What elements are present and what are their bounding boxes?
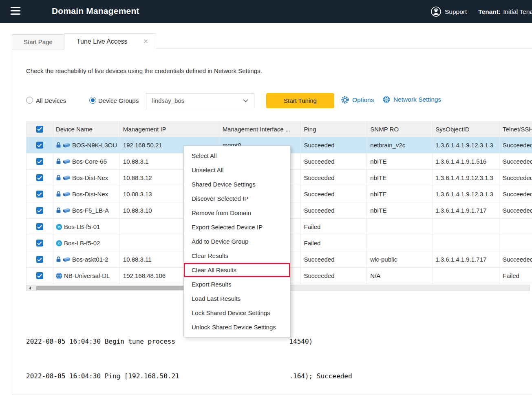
context-menu-item[interactable]: Remove from Domain — [184, 206, 290, 220]
start-tuning-button[interactable]: Start Tuning — [266, 93, 334, 108]
context-menu-item[interactable]: Add to Device Group — [184, 234, 290, 249]
network-settings-button[interactable]: Network Settings — [382, 96, 441, 104]
device-name-cell: f5 Bos-Dist-Nex — [53, 170, 120, 186]
radio-all-devices[interactable] — [26, 97, 33, 104]
radio-device-groups[interactable] — [89, 97, 96, 104]
snmp-ro-cell: N/A — [367, 268, 433, 284]
telnet-ssh-cell — [499, 235, 532, 251]
options-button[interactable]: Options — [341, 96, 374, 104]
support-label[interactable]: Support — [445, 8, 467, 16]
options-label: Options — [352, 96, 374, 104]
device-name-cell: f5 BOS-N9K-L3OUT — [53, 137, 120, 153]
col-header-sysobjectid: SysObjectID — [433, 121, 499, 137]
radio-device-groups-label[interactable]: Device Groups — [98, 97, 139, 104]
snmp-ro-cell — [367, 219, 433, 235]
device-name-cell: f5 Bos-Dist-Nex — [53, 186, 120, 202]
lock-icon — [56, 207, 61, 213]
col-header-device-name: Device Name — [53, 121, 120, 137]
device-name: Bos-LB-f5-01 — [64, 223, 100, 230]
topbar-right: Support Tenant: Initial Tenant — [430, 0, 532, 23]
telnet-ssh-cell: Succeeded — [499, 153, 532, 169]
context-menu-item[interactable]: Clear Results — [184, 249, 290, 263]
device-icon — [63, 207, 71, 213]
context-menu-item[interactable]: Shared Device Settings — [184, 177, 290, 191]
col-header-snmp-ro: SNMP RO — [367, 121, 433, 137]
radio-all-devices-label[interactable]: All Devices — [36, 97, 66, 104]
device-icon — [63, 256, 71, 262]
globe-icon — [382, 96, 391, 104]
page-title: Domain Management — [52, 6, 139, 16]
sysobjectid-cell: 1.3.6.1.4.1.9.12.3.1.3 — [433, 186, 499, 202]
row-checkbox[interactable] — [36, 256, 43, 263]
snmp-ro-cell: nbITE — [367, 202, 433, 218]
log-line: 2022-08-05 16:04:30 Begin tune process 1… — [26, 337, 530, 346]
context-menu-item[interactable]: Select All — [184, 149, 290, 163]
tab-tune-live-access[interactable]: Tune Live Access ✕ — [64, 33, 156, 49]
lock-icon — [56, 158, 61, 164]
row-checkbox[interactable] — [36, 158, 43, 165]
log-line: 2022-08-05 16:04:30 Ping [192.168.50.21 … — [26, 372, 530, 380]
lock-icon — [56, 256, 61, 262]
scroll-left-arrow-icon[interactable] — [26, 285, 33, 291]
ping-result-cell: Succeeded — [300, 170, 367, 186]
row-checkbox[interactable] — [36, 207, 43, 214]
tab-start-page[interactable]: Start Page — [12, 34, 64, 49]
svg-text:f5: f5 — [58, 242, 61, 245]
lock-icon — [56, 175, 61, 181]
row-checkbox[interactable] — [36, 191, 43, 198]
device-name: Bos-Core-65 — [72, 158, 107, 165]
context-menu-item[interactable]: Load Last Results — [184, 291, 290, 306]
network-settings-label: Network Settings — [393, 96, 441, 103]
checkbox-cell — [26, 251, 53, 267]
sysobjectid-cell: 1.3.6.1.4.1.9.12.3.1.3 — [433, 137, 499, 153]
globe-device-icon — [56, 273, 62, 279]
ping-result-cell: Succeeded — [300, 202, 367, 218]
context-menu-item[interactable]: Unselect All — [184, 163, 290, 177]
support-icon[interactable] — [430, 6, 441, 17]
sysobjectid-cell — [433, 235, 499, 251]
row-checkbox[interactable] — [36, 223, 43, 230]
context-menu-item[interactable]: Unlock Shared Device Settings — [184, 320, 290, 334]
close-icon[interactable]: ✕ — [143, 38, 148, 45]
device-icon — [63, 191, 71, 197]
col-header-management-ip: Management IP — [120, 121, 219, 137]
device-name: Bos-F5_LB-A — [72, 207, 109, 214]
tab-label: Start Page — [24, 38, 53, 45]
device-name: BOS-N9K-L3OUT — [72, 142, 117, 149]
sysobjectid-cell — [433, 268, 499, 284]
header-checkbox-cell — [26, 121, 53, 137]
checkbox-cell — [26, 235, 53, 251]
checkbox-cell — [26, 219, 53, 235]
device-name: Bos-Dist-Nex — [72, 174, 108, 181]
gear-icon — [341, 96, 349, 104]
menu-icon[interactable] — [11, 7, 21, 16]
device-name-cell: f5 Bos-Core-65 — [53, 153, 120, 169]
device-name-cell: f5 Bos-F5_LB-A — [53, 202, 120, 218]
snmp-ro-cell: nbITE — [367, 153, 433, 169]
ping-result-cell: Succeeded — [300, 268, 367, 284]
context-menu-item[interactable]: Export Results — [184, 277, 290, 291]
context-menu-item[interactable]: Export Selected Device IP — [184, 220, 290, 234]
context-menu-item[interactable]: Clear All Results — [184, 263, 290, 277]
checkbox-cell — [26, 137, 53, 153]
screen: Domain Management Support Tenant: Initia… — [0, 0, 532, 402]
context-menu: Select All Unselect All Shared Device Se… — [183, 146, 291, 337]
device-group-select[interactable]: lindsay_bos — [146, 93, 254, 108]
device-name: Bos-LB-f5-02 — [64, 240, 100, 247]
checkbox-cell — [26, 170, 53, 186]
sysobjectid-cell: 1.3.6.1.4.1.9.12.3.1.3 — [433, 170, 499, 186]
device-name: Bos-askt01-2 — [72, 256, 108, 263]
select-all-checkbox[interactable] — [36, 126, 43, 133]
context-menu-item[interactable]: Lock Shared Device Settings — [184, 306, 290, 320]
checkbox-cell — [26, 153, 53, 169]
tenant-value: Initial Tenant — [503, 8, 532, 16]
device-icon — [63, 175, 71, 181]
lock-icon — [56, 142, 61, 148]
row-checkbox[interactable] — [36, 142, 43, 149]
row-checkbox[interactable] — [36, 174, 43, 181]
ping-result-cell: Failed — [300, 235, 367, 251]
row-checkbox[interactable] — [36, 272, 43, 279]
row-checkbox[interactable] — [36, 240, 43, 247]
ping-result-cell: Succeeded — [300, 153, 367, 169]
context-menu-item[interactable]: Discover Selected IP — [184, 191, 290, 206]
